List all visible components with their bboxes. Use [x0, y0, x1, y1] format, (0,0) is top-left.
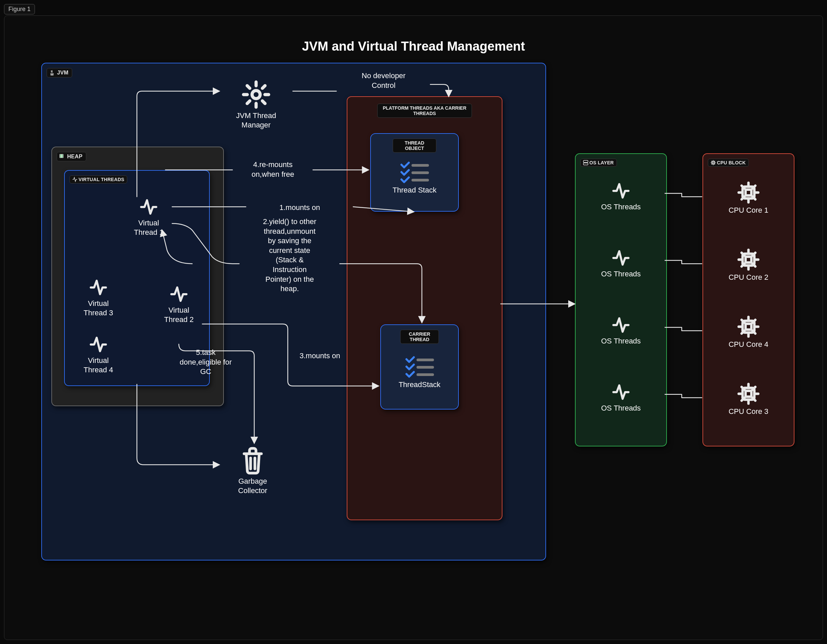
- svg-rect-24: [746, 391, 752, 397]
- cpu-block-container: CPU BLOCK CPU Core 1 CPU Core 2 CPU Core…: [702, 153, 794, 446]
- thread-stack-2: ThreadStack: [381, 355, 458, 389]
- cpu-core-3-label: CPU Core 3: [703, 407, 794, 416]
- svg-rect-20: [746, 257, 752, 263]
- virtual-thread-3: Virtual Thread 3: [68, 277, 128, 317]
- virtual-thread-1-label: Virtual Thread 1: [119, 218, 179, 237]
- os-layer-label-text: OS LAYER: [589, 160, 614, 165]
- server-icon: [583, 160, 589, 166]
- page: Figure 1 JVM and Virtual Thread Manageme…: [0, 0, 827, 644]
- os-layer-container: OS LAYER OS Threads OS Threads OS Thread…: [575, 153, 667, 446]
- activity-icon: [87, 334, 110, 355]
- trash-icon: [239, 445, 266, 475]
- cpu-block-label-text: CPU BLOCK: [717, 160, 746, 165]
- activity-icon: [609, 382, 633, 402]
- activity-icon: [609, 248, 633, 268]
- cpu-core-2-label: CPU Core 2: [703, 273, 794, 282]
- virtual-threads-label: VIRTUAL THREADS: [69, 176, 127, 184]
- heap-label: HEAP: [57, 152, 86, 161]
- thread-object-box: THREAD OBJECT Thread Stack: [370, 133, 459, 212]
- java-icon: [49, 70, 55, 76]
- svg-rect-18: [746, 190, 752, 196]
- edge-yield: 2.yield() to other thread,unmount by sav…: [239, 217, 340, 294]
- svg-rect-13: [583, 160, 588, 162]
- heap-label-text: HEAP: [67, 154, 83, 159]
- jvm-label: JVM: [47, 68, 72, 78]
- cpu-icon: [737, 315, 760, 338]
- edge-mounts1: 1.mounts on: [250, 203, 350, 213]
- edge-no-dev-control: No developer Control: [340, 71, 427, 90]
- svg-rect-16: [713, 162, 714, 164]
- outer-frame: JVM and Virtual Thread Management JVM HE…: [4, 16, 823, 640]
- jvm-label-text: JVM: [57, 70, 69, 75]
- svg-rect-2: [60, 156, 61, 158]
- cpu-icon: [737, 382, 760, 406]
- cpu-core-2: CPU Core 2: [703, 248, 794, 282]
- virtual-thread-1: Virtual Thread 1: [119, 197, 179, 237]
- edge-remount: 4.re-mounts on,when free: [236, 160, 310, 179]
- gear-icon: [241, 79, 271, 110]
- garbage-collector: Garbage Collector: [219, 445, 286, 495]
- cpu-icon: [737, 248, 760, 271]
- garbage-collector-label: Garbage Collector: [219, 477, 286, 495]
- activity-icon: [137, 197, 161, 217]
- os-thread-4: OS Threads: [576, 382, 666, 413]
- os-thread-2: OS Threads: [576, 248, 666, 279]
- edge-mounts3: 3.mounts on: [286, 351, 353, 361]
- cpu-core-1-label: CPU Core 1: [703, 205, 794, 215]
- edge-task-done: 5.task done,eligible for GC: [159, 348, 253, 376]
- cpu-core-3: CPU Core 3: [703, 382, 794, 416]
- os-thread-1: OS Threads: [576, 181, 666, 212]
- svg-rect-22: [746, 324, 752, 330]
- os-thread-3-label: OS Threads: [576, 336, 666, 346]
- checklist-icon: [404, 355, 435, 379]
- svg-point-10: [252, 90, 260, 99]
- carrier-thread-label: CARRIER THREAD: [400, 330, 439, 344]
- virtual-thread-3-label: Virtual Thread 3: [68, 299, 128, 317]
- virtual-threads-label-text: VIRTUAL THREADS: [78, 177, 124, 182]
- jvm-thread-manager-label: JVM Thread Manager: [219, 111, 293, 129]
- cpu-core-4: CPU Core 4: [703, 315, 794, 349]
- thread-object-label: THREAD OBJECT: [393, 138, 436, 152]
- activity-icon: [609, 181, 633, 201]
- svg-rect-3: [62, 156, 64, 158]
- activity-icon: [167, 284, 190, 304]
- cpu-block-label: CPU BLOCK: [708, 159, 749, 167]
- activity-icon: [72, 176, 78, 182]
- diagram-title: JVM and Virtual Thread Management: [5, 39, 822, 54]
- activity-icon: [87, 277, 110, 297]
- platform-threads-label: PLATFORM THREADS AKA CARRIER THREADS: [377, 104, 472, 118]
- svg-rect-14: [583, 163, 588, 165]
- checklist-icon: [399, 161, 430, 184]
- os-thread-1-label: OS Threads: [576, 202, 666, 212]
- cpu-core-4-label: CPU Core 4: [703, 340, 794, 349]
- os-thread-4-label: OS Threads: [576, 403, 666, 413]
- os-layer-label: OS LAYER: [580, 159, 617, 167]
- thread-stack-1: Thread Stack: [371, 161, 458, 195]
- jvm-thread-manager: JVM Thread Manager: [219, 79, 293, 129]
- figure-tag: Figure 1: [4, 4, 35, 14]
- svg-rect-1: [62, 154, 64, 156]
- cpu-icon: [737, 181, 760, 204]
- os-thread-3: OS Threads: [576, 315, 666, 346]
- virtual-thread-2-label: Virtual Thread 2: [149, 306, 209, 324]
- thread-stack-1-label: Thread Stack: [371, 185, 458, 195]
- os-thread-2-label: OS Threads: [576, 269, 666, 279]
- virtual-thread-4: Virtual Thread 4: [68, 334, 128, 374]
- activity-icon: [609, 315, 633, 335]
- cpu-icon: [710, 160, 716, 166]
- virtual-thread-2: Virtual Thread 2: [149, 284, 209, 324]
- thread-stack-2-label: ThreadStack: [381, 380, 458, 389]
- svg-rect-0: [60, 154, 61, 156]
- virtual-thread-4-label: Virtual Thread 4: [68, 356, 128, 374]
- grid-icon: [59, 154, 65, 160]
- carrier-thread-box: CARRIER THREAD ThreadStack: [380, 324, 459, 409]
- cpu-core-1: CPU Core 1: [703, 181, 794, 215]
